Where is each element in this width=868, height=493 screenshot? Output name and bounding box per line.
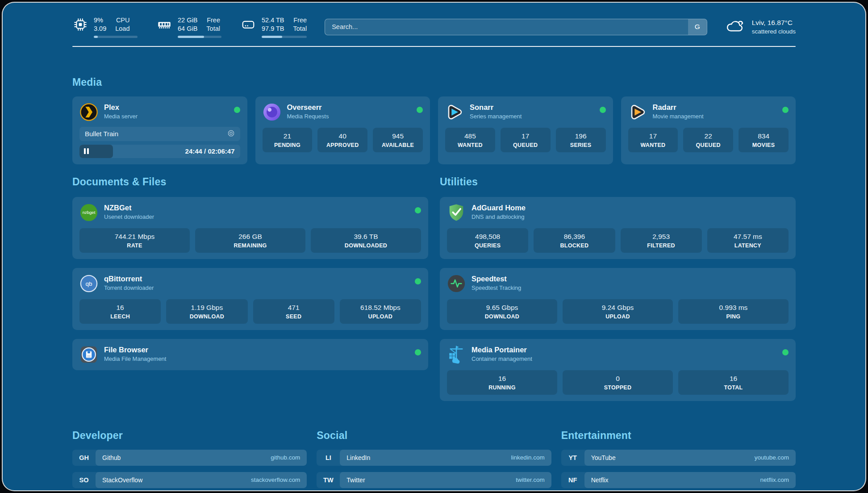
- section-title-utilities: Utilities: [440, 176, 796, 188]
- radarr-subtitle: Movie management: [653, 113, 704, 120]
- radarr-wanted-tile: 17 WANTED: [628, 128, 678, 152]
- weather-widget: Lviv, 16.87°C scattered clouds: [725, 18, 796, 36]
- cpu-stat: 9% 3.09 CPU Load: [72, 16, 138, 38]
- sonarr-queued-tile: 17 QUEUED: [501, 128, 551, 152]
- overseerr-pending-tile: 21 PENDING: [263, 128, 313, 152]
- qbittorrent-title: qBittorrent: [104, 275, 154, 283]
- speedtest-icon: [447, 274, 466, 293]
- portainer-subtitle: Container management: [472, 355, 532, 362]
- adguard-queries-tile: 498,508 QUERIES: [447, 228, 528, 253]
- disk-free-value: 52.4 TB: [262, 16, 284, 25]
- speedtest-upload-tile: 9.24 Gbps UPLOAD: [563, 299, 673, 324]
- bookmark-twitter[interactable]: TW Twitter twitter.com: [317, 472, 551, 488]
- portainer-card[interactable]: Media Portainer Container management 16 …: [440, 339, 796, 401]
- portainer-running-tile: 16 RUNNING: [447, 370, 557, 395]
- filebrowser-status-dot: [415, 349, 421, 355]
- section-title-social: Social: [317, 430, 551, 442]
- plex-title: Plex: [104, 103, 138, 112]
- top-bar: 9% 3.09 CPU Load: [72, 16, 796, 38]
- bookmark-abbr: YT: [561, 450, 584, 466]
- adguard-title: AdGuard Home: [472, 204, 526, 212]
- nzbget-rate-tile: 744.21 Mbps RATE: [79, 228, 190, 253]
- disk-total-value: 97.9 TB: [262, 25, 284, 33]
- settings-icon[interactable]: [227, 130, 235, 138]
- nzbget-status-dot: [415, 207, 421, 213]
- nzbget-card[interactable]: nzbget NZBGet Usenet downloader 744.21 M…: [72, 197, 428, 259]
- sonarr-card[interactable]: Sonarr Series management 485 WANTED 17 Q…: [438, 96, 613, 164]
- qbittorrent-card[interactable]: qb qBittorrent Torrent downloader 16 LEE…: [72, 268, 428, 330]
- cpu-progress-bar: [94, 36, 138, 38]
- overseerr-available-tile: 945 AVAILABLE: [373, 128, 423, 152]
- plex-card[interactable]: Plex Media server Bullet Train: [72, 96, 247, 164]
- search-provider-button[interactable]: G: [688, 19, 707, 35]
- svg-text:nzbget: nzbget: [83, 210, 96, 215]
- weather-condition: scattered clouds: [752, 28, 796, 36]
- disk-free-label: Free: [293, 16, 307, 25]
- adguard-blocked-tile: 86,396 BLOCKED: [534, 228, 615, 253]
- bookmark-name: Netflix: [591, 476, 609, 484]
- plex-icon: [79, 103, 98, 121]
- portainer-icon: [447, 345, 466, 364]
- speedtest-download-tile: 9.65 Gbps DOWNLOAD: [447, 299, 557, 324]
- bookmark-url: github.com: [271, 454, 300, 461]
- section-title-entertainment: Entertainment: [561, 430, 796, 442]
- qbittorrent-status-dot: [415, 278, 421, 284]
- portainer-stopped-tile: 0 STOPPED: [563, 370, 673, 395]
- overseerr-icon: [263, 103, 281, 121]
- qbittorrent-leech-tile: 16 LEECH: [79, 299, 161, 324]
- sonarr-status-dot: [600, 107, 606, 113]
- bookmark-url: youtube.com: [755, 454, 789, 461]
- bookmark-name: Twitter: [346, 476, 365, 484]
- pause-button[interactable]: [84, 148, 89, 154]
- overseerr-subtitle: Media Requests: [287, 113, 329, 120]
- sonarr-title: Sonarr: [470, 103, 522, 112]
- bookmark-stackoverflow[interactable]: SO StackOverflow stackoverflow.com: [72, 472, 307, 488]
- nzbget-title: NZBGet: [104, 204, 154, 212]
- sonarr-series-tile: 196 SERIES: [556, 128, 606, 152]
- plex-time: 24:44 / 02:06:47: [185, 147, 240, 155]
- system-stats: 9% 3.09 CPU Load: [72, 16, 307, 38]
- nzbget-icon: nzbget: [79, 203, 98, 222]
- bookmark-name: StackOverflow: [102, 476, 142, 484]
- section-title-documents: Documents & Files: [72, 176, 428, 188]
- plex-progress-fill: [79, 145, 113, 158]
- plex-subtitle: Media server: [104, 113, 138, 120]
- bookmark-linkedin[interactable]: LI LinkedIn linkedin.com: [317, 450, 551, 466]
- overseerr-title: Overseerr: [287, 103, 329, 112]
- memory-progress-bar: [178, 36, 221, 38]
- disk-stat: 52.4 TB 97.9 TB Free Total: [240, 16, 307, 38]
- bookmark-netflix[interactable]: NF Netflix netflix.com: [561, 472, 796, 488]
- qbittorrent-upload-tile: 618.52 Mbps UPLOAD: [340, 299, 421, 324]
- plex-now-playing-row: Bullet Train: [79, 127, 240, 141]
- speedtest-title: Speedtest: [472, 275, 521, 283]
- adguard-card[interactable]: AdGuard Home DNS and adblocking 498,508 …: [440, 197, 796, 259]
- overseerr-card[interactable]: Overseerr Media Requests 21 PENDING 40 A…: [255, 96, 430, 164]
- entertainment-links-column: Entertainment YT YouTube youtube.com NF …: [561, 430, 796, 490]
- bookmark-abbr: GH: [72, 450, 96, 466]
- bookmark-youtube[interactable]: YT YouTube youtube.com: [561, 450, 796, 466]
- radarr-card[interactable]: Radarr Movie management 17 WANTED 22 QUE…: [621, 96, 796, 164]
- adguard-icon: [447, 203, 466, 222]
- svg-text:qb: qb: [86, 280, 92, 287]
- overseerr-status-dot: [417, 107, 423, 113]
- nzbget-subtitle: Usenet downloader: [104, 213, 154, 220]
- bookmark-url: stackoverflow.com: [251, 476, 300, 483]
- filebrowser-title: File Browser: [104, 346, 166, 354]
- cloud-icon: [725, 18, 746, 36]
- radarr-title: Radarr: [653, 103, 704, 112]
- search-bar: G: [325, 19, 707, 35]
- bookmark-github[interactable]: GH Github github.com: [72, 450, 307, 466]
- sonarr-subtitle: Series management: [470, 113, 522, 120]
- documents-column: Documents & Files nzbget NZBGet Usenet d: [72, 176, 428, 401]
- qbittorrent-seed-tile: 471 SEED: [253, 299, 334, 324]
- memory-total-value: 64 GiB: [178, 25, 197, 33]
- memory-free-label: Free: [206, 16, 220, 25]
- nzbget-downloaded-tile: 39.6 TB DOWNLOADED: [311, 228, 421, 253]
- social-links-column: Social LI LinkedIn linkedin.com TW Twitt…: [317, 430, 551, 490]
- cpu-usage-label: CPU: [115, 16, 129, 25]
- section-title-developer: Developer: [72, 430, 307, 442]
- bookmark-url: twitter.com: [516, 476, 545, 483]
- speedtest-card[interactable]: Speedtest Speedtest Tracking 9.65 Gbps D…: [440, 268, 796, 330]
- filebrowser-card[interactable]: File Browser Media File Management: [72, 339, 428, 370]
- search-input[interactable]: [325, 23, 688, 30]
